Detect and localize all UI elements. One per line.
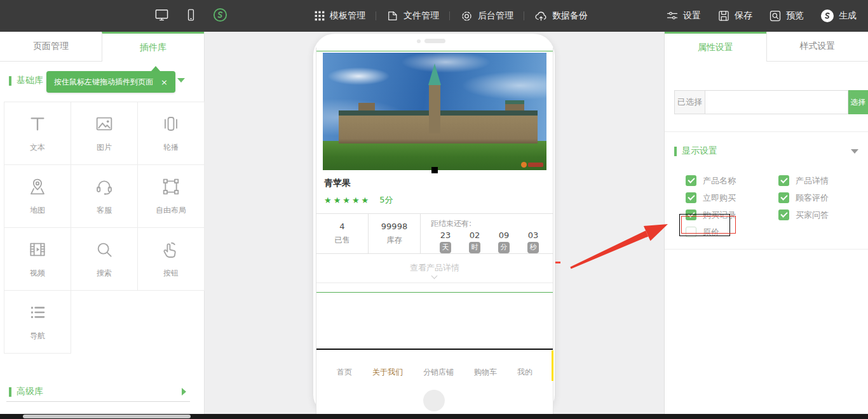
desktop-monitor-icon[interactable] <box>154 8 169 25</box>
save-button[interactable]: 保存 <box>717 10 752 22</box>
generate-button[interactable]: 生成 <box>820 9 857 23</box>
chevron-down-icon[interactable] <box>851 149 858 154</box>
tab-style-settings[interactable]: 样式设置 <box>766 32 868 62</box>
drag-hint-tooltip: 按住鼠标左键拖动插件到页面 × <box>46 71 175 93</box>
tooltip-pointer <box>151 66 160 71</box>
stats-row: 4 已售 99998 库存 距结束还有: 23天 02时 <box>316 213 553 254</box>
nav-mine[interactable]: 我的 <box>517 367 532 378</box>
menu-template-management[interactable]: 模板管理 <box>314 10 365 22</box>
menu-backend-management[interactable]: 后台管理 <box>460 10 513 23</box>
checkbox-checked[interactable] <box>778 210 789 220</box>
right-panel-tabs: 属性设置 样式设置 <box>665 32 868 62</box>
divider <box>524 11 524 20</box>
countdown-days: 23天 <box>431 230 460 253</box>
nav-about-us[interactable]: 关于我们 <box>372 367 403 378</box>
action-label: 保存 <box>735 10 752 22</box>
chevron-down-icon <box>431 273 438 279</box>
divider <box>376 11 376 20</box>
rating-score: 5分 <box>379 194 393 206</box>
left-panel-tabs: 页面管理 插件库 <box>0 32 204 62</box>
chevron-right-icon[interactable] <box>182 388 186 396</box>
phone-mockup: 青苹果 ★★★★★ 5分 4 已售 99998 库存 <box>313 34 555 414</box>
menu-label: 后台管理 <box>478 10 513 22</box>
view-details-link[interactable]: 查看产品详情 <box>316 254 553 283</box>
checkbox-checked[interactable] <box>778 192 789 203</box>
cloud-upload-icon <box>534 10 548 23</box>
option-product-details: 产品详情 <box>778 175 868 186</box>
chevron-down-icon[interactable] <box>177 78 185 83</box>
action-label: 设置 <box>683 10 701 22</box>
product-image[interactable] <box>323 53 546 170</box>
yellow-marker-line <box>552 350 553 381</box>
generate-icon <box>820 9 834 23</box>
plugin-carousel[interactable]: 轮播 <box>137 102 205 165</box>
checkbox-checked[interactable] <box>686 210 696 220</box>
plugin-free-layout[interactable]: 自由布局 <box>137 164 205 228</box>
option-purchase-records: 购买记录 <box>686 210 778 220</box>
save-icon <box>717 10 730 22</box>
selected-plugin-input[interactable] <box>705 90 848 114</box>
menu-label: 模板管理 <box>330 10 365 22</box>
nav-distribution-shop[interactable]: 分销店铺 <box>423 367 454 378</box>
plugin-image[interactable]: 图片 <box>71 102 138 165</box>
menu-data-backup[interactable]: 数据备份 <box>534 10 588 23</box>
settings-button[interactable]: 设置 <box>666 10 701 22</box>
checkbox-unchecked[interactable] <box>686 227 696 237</box>
selected-plugin-row: 已选择 选择 <box>674 90 868 114</box>
image-clock-tower <box>429 85 440 133</box>
smartphone-icon[interactable] <box>184 8 198 25</box>
nav-cart[interactable]: 购物车 <box>474 367 497 378</box>
countdown: 距结束还有: 23天 02时 09分 03秒 <box>421 214 553 253</box>
sold-stat: 4 已售 <box>316 214 369 253</box>
plugin-search[interactable]: 搜索 <box>71 227 138 291</box>
plugin-map[interactable]: 地图 <box>4 164 71 228</box>
plugin-video[interactable]: 视频 <box>4 227 71 291</box>
nav-home[interactable]: 首页 <box>337 367 352 378</box>
checkbox-checked[interactable] <box>686 192 696 203</box>
file-icon <box>386 10 399 22</box>
menu-file-management[interactable]: 文件管理 <box>386 10 439 22</box>
empty-content-block[interactable] <box>316 293 553 349</box>
plugin-button[interactable]: 按钮 <box>137 227 205 291</box>
preview-button[interactable]: 预览 <box>769 10 804 22</box>
bottom-navigation: 首页 关于我们 分销店铺 购物车 我的 <box>316 350 553 394</box>
search-icon <box>94 239 114 262</box>
resize-handle[interactable] <box>431 167 438 173</box>
phone-screen: 青苹果 ★★★★★ 5分 4 已售 99998 库存 <box>316 48 553 414</box>
advanced-library-header: 高级库 <box>9 386 186 397</box>
brand-link-icon[interactable] <box>213 8 227 25</box>
preview-icon <box>769 10 782 22</box>
product-module-selected[interactable]: 青苹果 ★★★★★ 5分 4 已售 99998 库存 <box>316 51 553 293</box>
checkbox-checked[interactable] <box>778 175 789 186</box>
spacer <box>316 283 553 292</box>
select-button[interactable]: 选择 <box>848 90 868 114</box>
image-icon <box>94 114 114 136</box>
countdown-minutes: 09分 <box>489 230 519 253</box>
tap-hand-icon <box>161 239 181 262</box>
plugin-customer-service[interactable]: 客服 <box>71 164 138 228</box>
divider <box>449 11 450 20</box>
red-dash-marker <box>555 262 560 263</box>
divider <box>6 401 190 402</box>
advanced-library-label: 高级库 <box>17 386 43 397</box>
plugin-navigation[interactable]: 导航 <box>4 290 71 354</box>
gear-icon <box>460 10 473 23</box>
checkbox-checked[interactable] <box>686 175 696 186</box>
tooltip-close-icon[interactable]: × <box>159 77 169 87</box>
horizontal-scrollbar-thumb[interactable] <box>23 415 191 418</box>
phone-home-button <box>423 390 445 411</box>
plugin-text[interactable]: 文本 <box>4 102 71 165</box>
tab-plugin-library[interactable]: 插件库 <box>102 32 204 62</box>
option-buyer-qa: 买家问答 <box>778 210 868 220</box>
tab-property-settings[interactable]: 属性设置 <box>665 32 766 62</box>
divider <box>665 131 868 132</box>
grid-icon <box>314 10 325 22</box>
rating-row: ★★★★★ 5分 <box>316 189 553 213</box>
section-bar <box>9 76 11 86</box>
text-icon <box>27 114 48 136</box>
tab-page-management[interactable]: 页面管理 <box>0 32 102 62</box>
phone-camera-dot <box>417 39 421 43</box>
menu-label: 文件管理 <box>403 10 439 22</box>
free-layout-icon <box>161 176 181 199</box>
properties-panel: 属性设置 样式设置 已选择 选择 显示设置 产品名称 产品详情 <box>664 32 868 414</box>
